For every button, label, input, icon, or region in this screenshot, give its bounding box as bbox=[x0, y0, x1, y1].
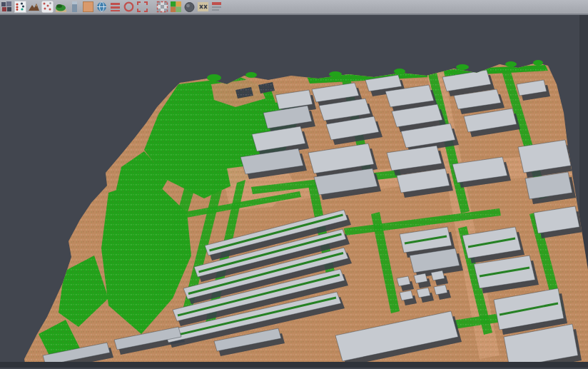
point-cloud-render[interactable] bbox=[0, 15, 588, 368]
horizon-tree bbox=[394, 69, 405, 74]
building-roof bbox=[397, 276, 410, 286]
building-roof bbox=[417, 288, 430, 298]
profile-bar-icon[interactable] bbox=[69, 1, 81, 13]
noise-points-icon[interactable] bbox=[41, 1, 54, 13]
sphere-icon[interactable] bbox=[183, 1, 196, 13]
clear-class-icon[interactable] bbox=[197, 1, 209, 13]
toolbar bbox=[0, 0, 588, 15]
horizon-tree bbox=[207, 74, 221, 81]
scatter-points-icon[interactable] bbox=[14, 1, 26, 13]
vegetation-hill-icon[interactable] bbox=[55, 1, 67, 13]
ground-tile-icon[interactable] bbox=[82, 1, 94, 13]
flag-lines-icon[interactable] bbox=[211, 1, 223, 13]
horizon-tree bbox=[245, 72, 257, 78]
horizon-tree bbox=[505, 61, 517, 67]
globe-icon[interactable] bbox=[96, 1, 108, 13]
list-lines-icon[interactable] bbox=[109, 1, 121, 13]
circle-select-icon[interactable] bbox=[123, 1, 135, 13]
box-select-icon[interactable] bbox=[136, 1, 148, 13]
viewport-bottom-edge bbox=[0, 362, 588, 368]
classified-cloud-icon[interactable] bbox=[170, 1, 182, 13]
building-roof bbox=[400, 290, 413, 300]
building-roof bbox=[431, 271, 445, 280]
horizon-tree bbox=[533, 60, 543, 66]
terrain-mountain-icon[interactable] bbox=[28, 1, 40, 13]
viewport-3d[interactable] bbox=[0, 15, 588, 368]
horizon-tree bbox=[456, 64, 469, 70]
checker-select-icon[interactable] bbox=[156, 1, 168, 13]
horizon-tree bbox=[329, 71, 342, 77]
building-roof bbox=[434, 285, 447, 295]
blocks-icon[interactable] bbox=[1, 1, 13, 13]
application-window bbox=[0, 0, 588, 369]
building-roof bbox=[414, 273, 427, 283]
